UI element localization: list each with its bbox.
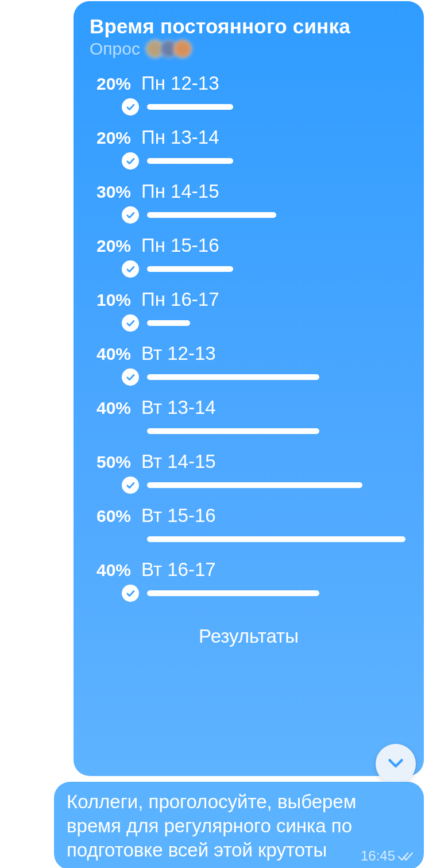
checkmark-icon [122, 477, 139, 494]
poll-option-label: Пн 15-16 [141, 235, 219, 256]
poll-option[interactable]: 50%Вт 14-15 [87, 447, 410, 498]
poll-option-label: Вт 14-15 [141, 451, 216, 473]
poll-option-label: Вт 13-14 [141, 397, 216, 418]
poll-option[interactable]: 60%Вт 15-16 [87, 501, 410, 552]
poll-option-percent: 20% [87, 74, 131, 94]
poll-option-bar [147, 158, 405, 164]
checkmark-icon [122, 260, 139, 278]
poll-option-bar [147, 428, 405, 434]
checkmark-icon [122, 152, 139, 170]
checkmark-placeholder [122, 423, 139, 440]
poll-option-bar-fill [147, 212, 276, 218]
poll-option[interactable]: 20%Пн 13-14 [87, 123, 410, 174]
poll-option-label: Пн 12-13 [141, 72, 219, 94]
checkmark-icon [122, 368, 139, 386]
checkmark-icon [122, 585, 139, 602]
poll-subtitle-row: Опрос [90, 39, 408, 59]
poll-option-bar-fill [147, 320, 190, 326]
poll-options-list: 20%Пн 12-1320%Пн 13-1430%Пн 14-1520%Пн 1… [87, 69, 410, 606]
poll-option-bar [147, 482, 405, 488]
poll-option-bar [147, 590, 405, 596]
message-text: Коллеги, проголосуйте, выберем время для… [67, 790, 411, 863]
poll-results-button[interactable]: Результаты [87, 621, 410, 652]
scroll-to-bottom-button[interactable] [376, 744, 416, 784]
poll-voter-avatars[interactable] [146, 40, 192, 58]
checkmark-placeholder [122, 531, 139, 548]
poll-option-percent: 40% [87, 344, 131, 364]
poll-option-bar [147, 536, 405, 542]
poll-option[interactable]: 40%Вт 16-17 [87, 555, 410, 606]
poll-option-bar-fill [147, 428, 319, 434]
poll-option-bar [147, 266, 405, 272]
poll-option-bar-fill [147, 266, 233, 272]
poll-option-bar-fill [147, 104, 233, 110]
chat-viewport: Время постоянного синка Опрос 20%Пн 12-1… [0, 0, 425, 868]
checkmark-icon [122, 98, 139, 116]
message-meta: 16:45 [361, 848, 414, 864]
poll-subtitle: Опрос [90, 39, 140, 59]
poll-option-bar [147, 374, 405, 380]
poll-option-label: Вт 15-16 [141, 505, 216, 527]
poll-option-bar-fill [147, 590, 319, 596]
poll-option[interactable]: 10%Пн 16-17 [87, 285, 410, 336]
text-message-bubble: Коллеги, проголосуйте, выберем время для… [54, 782, 424, 868]
poll-option-percent: 40% [87, 560, 131, 580]
poll-option-percent: 50% [87, 452, 131, 472]
poll-option-bar [147, 320, 405, 326]
poll-option-bar-fill [147, 482, 362, 488]
poll-option[interactable]: 40%Вт 13-14 [87, 393, 410, 444]
poll-option-label: Вт 12-13 [141, 343, 216, 364]
poll-message-bubble: Время постоянного синка Опрос 20%Пн 12-1… [74, 1, 424, 776]
poll-option[interactable]: 20%Пн 15-16 [87, 231, 410, 282]
poll-option-percent: 40% [87, 398, 131, 418]
poll-option-label: Пн 13-14 [141, 126, 219, 148]
poll-option-bar-fill [147, 374, 319, 380]
poll-option[interactable]: 40%Вт 12-13 [87, 339, 410, 390]
poll-option-percent: 20% [87, 236, 131, 256]
poll-option-percent: 20% [87, 128, 131, 148]
poll-option-label: Вт 16-17 [141, 559, 216, 581]
poll-option-percent: 10% [87, 290, 131, 310]
poll-option-label: Пн 14-15 [141, 180, 219, 202]
checkmark-icon [122, 206, 139, 224]
poll-option-percent: 60% [87, 506, 131, 526]
poll-option-label: Пн 16-17 [141, 289, 219, 310]
poll-option-bar [147, 212, 405, 218]
checkmark-icon [122, 314, 139, 332]
poll-option[interactable]: 30%Пн 14-15 [87, 177, 410, 228]
poll-option-percent: 30% [87, 182, 131, 202]
chevron-down-icon [385, 752, 406, 775]
poll-title: Время постоянного синка [90, 15, 408, 38]
poll-option-bar [147, 104, 405, 110]
poll-option-bar-fill [147, 536, 405, 542]
avatar [173, 40, 192, 58]
message-time: 16:45 [361, 848, 395, 864]
poll-option[interactable]: 20%Пн 12-13 [87, 69, 410, 120]
read-ticks-icon [397, 850, 414, 862]
poll-option-bar-fill [147, 158, 233, 164]
